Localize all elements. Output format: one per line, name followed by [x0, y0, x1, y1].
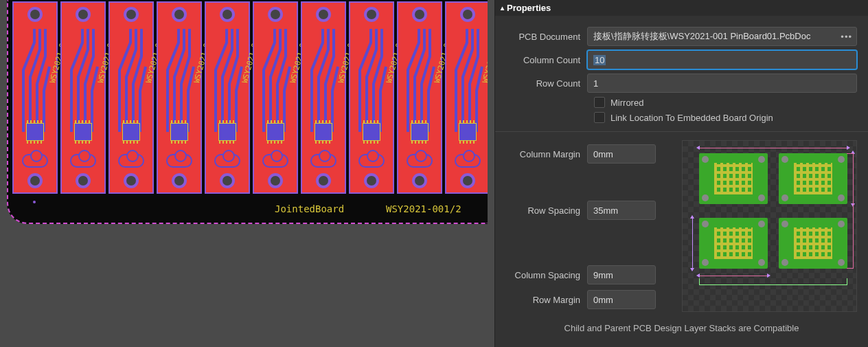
- pcb-doc-value: 接板\指静脉转接板\WSY2021-001 PinBoard01.PcbDoc: [593, 30, 810, 43]
- mounting-hole: [124, 173, 139, 188]
- pcb-tile[interactable]: WSY2021-001: [205, 1, 250, 194]
- logo-icon: [70, 154, 96, 168]
- pcb-tile[interactable]: WSY2021-001: [60, 1, 106, 194]
- link-location-checkbox[interactable]: [594, 112, 605, 123]
- properties-panel: ▴ Properties PCB Document 接板\指静脉转接板\WSY2…: [494, 0, 868, 347]
- mounting-hole: [124, 7, 139, 22]
- traces-icon: [402, 29, 437, 132]
- traces-icon: [354, 29, 389, 132]
- pcb-tile[interactable]: WSY2021-001: [397, 1, 442, 194]
- board-outline: WSY2021-001WSY2021-001WSY2021-001WSY2021…: [7, 0, 488, 224]
- mounting-hole: [460, 173, 475, 188]
- ic-footprint: [315, 123, 332, 141]
- mounting-hole: [220, 7, 235, 22]
- bottom-silk-strip: JointedBoard WSY2021-001/2: [8, 195, 488, 223]
- row-count-label: Row Count: [506, 78, 580, 89]
- column-spacing-label: Column Spacing: [506, 270, 580, 280]
- pcb-tile[interactable]: WSY2021-001: [301, 1, 346, 194]
- compat-text: Child and Parent PCB Design Layer Stacks…: [506, 323, 857, 333]
- mirrored-label: Mirrored: [610, 98, 643, 108]
- logo-icon: [214, 154, 240, 168]
- mounting-hole: [460, 7, 475, 22]
- row-count-field[interactable]: 1: [587, 74, 857, 93]
- column-spacing-value: 9mm: [593, 270, 613, 280]
- mounting-hole: [268, 173, 283, 188]
- row-spacing-value: 35mm: [593, 205, 618, 216]
- mounting-hole: [172, 173, 187, 188]
- origin-marker: [33, 201, 36, 203]
- column-spacing-field[interactable]: 9mm: [587, 265, 656, 284]
- row-margin-label: Row Margin: [506, 295, 580, 305]
- traces-icon: [66, 29, 100, 132]
- column-margin-field[interactable]: 0mm: [587, 144, 656, 164]
- pcb-tile[interactable]: WSY2021-001: [12, 1, 58, 194]
- ic-footprint: [26, 123, 44, 141]
- traces-icon: [450, 29, 485, 132]
- mounting-hole: [364, 7, 379, 22]
- logo-icon: [22, 154, 48, 168]
- traces-icon: [18, 29, 52, 132]
- column-margin-arrow: [699, 148, 847, 148]
- row-margin-bracket: [699, 278, 847, 285]
- column-spacing-arrow: [699, 276, 768, 276]
- logo-icon: [310, 154, 336, 168]
- mounting-hole: [27, 173, 43, 188]
- pcb-doc-label: PCB Document: [506, 32, 580, 42]
- pcb-tile[interactable]: WSY2021-001: [253, 1, 298, 194]
- diagram-pcb-tl: [699, 153, 768, 204]
- pcb-doc-field[interactable]: 接板\指静脉转接板\WSY2021-001 PinBoard01.PcbDoc …: [587, 27, 857, 46]
- pcb-tile[interactable]: WSY2021-001: [157, 1, 202, 194]
- ellipsis-icon[interactable]: •••: [841, 32, 852, 42]
- pcb-tile[interactable]: WSY2021-001: [108, 1, 154, 194]
- collapse-icon: ▴: [501, 4, 504, 12]
- column-margin-value: 0mm: [593, 149, 613, 159]
- traces-icon: [114, 29, 148, 132]
- traces-icon: [210, 29, 244, 132]
- mounting-hole: [27, 7, 43, 22]
- pcb-tile[interactable]: WSY2021-001: [445, 1, 488, 194]
- mounting-hole: [220, 173, 235, 188]
- pcb-workspace[interactable]: WSY2021-001WSY2021-001WSY2021-001WSY2021…: [0, 0, 494, 347]
- column-count-field[interactable]: 10: [587, 50, 857, 69]
- ic-footprint: [74, 123, 92, 141]
- spacing-diagram: [682, 140, 857, 312]
- row-margin-field[interactable]: 0mm: [587, 290, 656, 309]
- bottom-label-jointed: JointedBoard: [275, 203, 344, 214]
- row-spacing-label: Row Spacing: [506, 205, 580, 216]
- ic-footprint: [122, 123, 140, 141]
- properties-header[interactable]: ▴ Properties: [495, 0, 868, 16]
- mounting-hole: [268, 7, 283, 22]
- mounting-hole: [76, 173, 91, 188]
- mounting-hole: [364, 173, 379, 188]
- link-location-label: Link Location To Embedded Board Origin: [610, 113, 773, 123]
- logo-icon: [407, 154, 433, 168]
- column-count-value: 10: [593, 55, 606, 65]
- row-margin-value: 0mm: [593, 295, 613, 305]
- logo-icon: [358, 154, 385, 168]
- ic-footprint: [411, 123, 429, 141]
- pcb-panel-row: WSY2021-001WSY2021-001WSY2021-001WSY2021…: [8, 0, 488, 195]
- ic-footprint: [266, 123, 284, 141]
- logo-icon: [455, 154, 481, 168]
- diagram-pcb-br: [779, 218, 847, 269]
- mounting-hole: [172, 7, 187, 22]
- row-spacing-field[interactable]: 35mm: [587, 201, 656, 220]
- diagram-pcb-bl: [699, 218, 768, 269]
- ic-footprint: [459, 123, 477, 141]
- traces-icon: [162, 29, 196, 132]
- traces-icon: [258, 29, 293, 132]
- ic-footprint: [363, 123, 380, 141]
- diagram-pcb-tr: [779, 153, 847, 204]
- logo-icon: [262, 154, 288, 168]
- row-bracket: [847, 153, 854, 269]
- row-spacing-arrow-b: [692, 218, 693, 269]
- ic-footprint: [218, 123, 236, 141]
- mounting-hole: [412, 7, 427, 22]
- mounting-hole: [316, 7, 331, 22]
- properties-title: Properties: [507, 3, 551, 13]
- column-count-label: Column Count: [506, 55, 580, 65]
- pcb-tile[interactable]: WSY2021-001: [349, 1, 394, 194]
- logo-icon: [166, 154, 192, 168]
- mirrored-checkbox[interactable]: [594, 97, 605, 108]
- mounting-hole: [76, 7, 91, 22]
